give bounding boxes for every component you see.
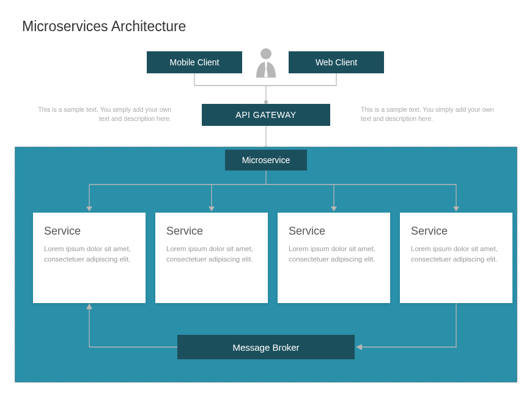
service-title: Service — [289, 225, 379, 238]
user-icon — [254, 47, 278, 78]
service-card-2: Service Lorem ipsum dolor sit amet, cons… — [155, 213, 268, 303]
service-title: Service — [411, 225, 501, 238]
svg-point-2 — [260, 48, 272, 59]
service-body: Lorem ipsum dolor sit amet, consectetuer… — [166, 244, 257, 265]
service-body: Lorem ipsum dolor sit amet, consectetuer… — [44, 244, 135, 265]
web-client-box: Web Client — [289, 51, 384, 73]
service-body: Lorem ipsum dolor sit amet, consectetuer… — [289, 244, 379, 265]
api-gateway-box: API GATEWAY — [202, 104, 330, 126]
page-title: Microservices Architecture — [22, 18, 186, 35]
sample-text-right: This is a sample text. You simply add yo… — [361, 105, 495, 123]
service-title: Service — [166, 225, 257, 238]
service-card-1: Service Lorem ipsum dolor sit amet, cons… — [33, 213, 146, 303]
service-card-4: Service Lorem ipsum dolor sit amet, cons… — [400, 213, 512, 303]
service-body: Lorem ipsum dolor sit amet, consectetuer… — [411, 244, 501, 265]
service-card-3: Service Lorem ipsum dolor sit amet, cons… — [278, 213, 390, 303]
message-broker-box: Message Broker — [177, 335, 355, 359]
mobile-client-box: Mobile Client — [147, 51, 242, 73]
service-title: Service — [44, 225, 135, 238]
microservice-box: Microservice — [225, 150, 307, 170]
sample-text-left: This is a sample text. You simply add yo… — [37, 105, 171, 123]
